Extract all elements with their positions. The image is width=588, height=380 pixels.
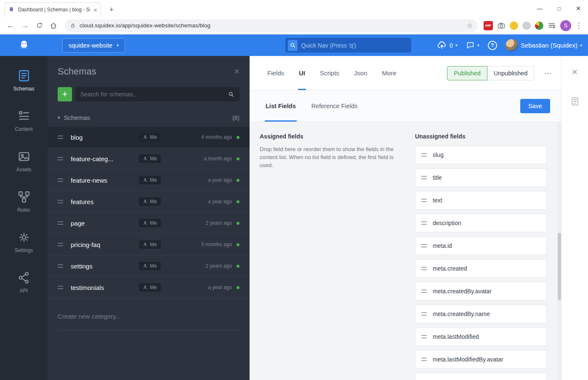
schema-row[interactable]: testimonials Me a year ago	[48, 277, 250, 298]
url-field[interactable]: cloud.squidex.io/app/squidex-website/sch…	[65, 19, 478, 32]
drag-handle-icon[interactable]	[421, 221, 427, 225]
sidebar-item-label: Settings	[15, 247, 33, 253]
window-minimize-button[interactable]: —	[530, 0, 549, 17]
scrollbar-thumb[interactable]	[558, 233, 561, 300]
upload-status-button[interactable]: 0 ▾	[437, 40, 458, 50]
drag-handle-icon[interactable]	[58, 264, 63, 268]
tab-reference-fields[interactable]: Reference Fields	[311, 90, 359, 122]
schema-row[interactable]: feature-categ... Me a month ago	[48, 148, 250, 170]
window-maximize-button[interactable]: □	[549, 0, 569, 17]
create-category-input[interactable]	[58, 313, 239, 320]
sidebar-item-api[interactable]: API	[0, 262, 48, 303]
window-close-button[interactable]: ×	[569, 0, 588, 17]
published-button[interactable]: Published	[447, 66, 487, 80]
tab-more[interactable]: More	[381, 56, 397, 90]
unassigned-field-card[interactable]	[415, 373, 547, 380]
adblock-extension-icon[interactable]: ABP	[484, 21, 493, 30]
sidebar-item-content[interactable]: Content	[0, 101, 48, 141]
profile-avatar[interactable]: S	[560, 20, 571, 31]
published-dot	[237, 179, 239, 182]
help-button[interactable]: ?	[488, 41, 497, 50]
tampermonkey-extension-icon[interactable]	[510, 21, 518, 30]
tab-list-fields[interactable]: List Fields	[265, 90, 297, 122]
drag-handle-icon[interactable]	[421, 153, 427, 157]
unassigned-field-card[interactable]: meta.lastModifiedBy.avatar	[415, 350, 547, 369]
back-button[interactable]: ←	[4, 19, 17, 32]
squidex-logo-icon[interactable]	[0, 39, 48, 52]
panel-close-button[interactable]: ×	[234, 67, 239, 76]
schema-row[interactable]: page Me 2 years ago	[48, 213, 250, 234]
drag-handle-icon[interactable]	[421, 290, 427, 293]
sidebar-item-rules[interactable]: Rules	[0, 181, 48, 222]
refresh-button[interactable]	[33, 19, 45, 32]
unassigned-field-card[interactable]: meta.createdBy.name	[415, 305, 547, 323]
user-name: Sebastian (Squidex)	[521, 42, 577, 49]
drag-handle-icon[interactable]	[421, 199, 427, 202]
schema-row[interactable]: feature-news Me a year ago	[48, 170, 250, 191]
bookmark-star-icon[interactable]: ☆	[467, 21, 473, 29]
forward-button[interactable]: →	[19, 19, 31, 32]
tab-close-button[interactable]: ×	[93, 7, 97, 13]
drag-handle-icon[interactable]	[58, 157, 63, 160]
feedback-button[interactable]: ▾	[466, 41, 479, 50]
color-extension-icon[interactable]	[535, 21, 543, 30]
drag-handle-icon[interactable]	[58, 286, 63, 289]
sidebar-item-schemas[interactable]: Schemas	[0, 60, 48, 101]
new-tab-button[interactable]: +	[106, 4, 117, 15]
drag-handle-icon[interactable]	[421, 267, 427, 270]
sidebar-item-assets[interactable]: Assets	[0, 141, 48, 181]
drag-handle-icon[interactable]	[421, 335, 427, 338]
url-text: cloud.squidex.io/app/squidex-website/sch…	[80, 22, 467, 29]
schema-row[interactable]: blog Me 4 months ago	[48, 127, 250, 148]
user-menu-button[interactable]: Sebastian (Squidex) ▾	[506, 39, 582, 52]
quick-nav-search[interactable]	[285, 38, 411, 53]
browser-menu-icon[interactable]: ⋮	[574, 21, 584, 30]
drag-handle-icon[interactable]	[421, 358, 427, 361]
close-schema-button[interactable]: ×	[572, 67, 577, 77]
gray-extension-icon[interactable]	[522, 21, 531, 30]
camera-extension-icon[interactable]	[497, 21, 506, 30]
add-schema-button[interactable]: +	[58, 87, 72, 101]
drag-handle-icon[interactable]	[58, 221, 63, 225]
unassigned-field-card[interactable]: slug	[415, 146, 547, 164]
schema-row[interactable]: settings Me 2 years ago	[48, 255, 250, 277]
right-rail: ×	[561, 56, 588, 380]
schema-search-input[interactable]	[80, 91, 228, 98]
drag-handle-icon[interactable]	[58, 178, 63, 182]
app-selector-button[interactable]: squidex-website ▾	[62, 38, 125, 53]
schema-row[interactable]: pricing-faq Me 5 months ago	[48, 234, 250, 255]
unassigned-field-card[interactable]: meta.lastModified	[415, 327, 547, 346]
unassigned-field-card[interactable]: meta.id	[415, 237, 547, 255]
history-button[interactable]	[570, 96, 580, 106]
favicon-squid-icon	[8, 6, 15, 13]
tab-fields[interactable]: Fields	[266, 56, 285, 90]
tab-ui[interactable]: UI	[298, 56, 306, 90]
drag-handle-icon[interactable]	[58, 243, 63, 246]
drag-handle-icon[interactable]	[421, 176, 427, 179]
more-options-button[interactable]: •••	[544, 71, 552, 76]
sidebar-item-settings[interactable]: Settings	[0, 222, 48, 262]
unassigned-field-card[interactable]: meta.created	[415, 259, 547, 278]
save-button[interactable]: Save	[520, 99, 550, 113]
unassigned-field-card[interactable]: title	[415, 168, 547, 187]
schema-search[interactable]	[75, 87, 239, 101]
drag-handle-icon[interactable]	[421, 312, 427, 316]
drag-handle-icon[interactable]	[58, 200, 63, 203]
drag-handle-icon[interactable]	[421, 244, 427, 247]
schemas-group-header[interactable]: ▾ Schemas (8)	[48, 114, 250, 121]
app-header: squidex-website ▾ 0 ▾ ▾ ? Sebastian (Squ…	[0, 35, 588, 56]
unassigned-field-card[interactable]: meta.createdBy.avatar	[415, 282, 547, 300]
media-controls-icon[interactable]	[548, 21, 556, 30]
quick-nav-input[interactable]	[301, 42, 409, 49]
home-button[interactable]	[47, 19, 60, 32]
unpublished-button[interactable]: Unpublished	[487, 66, 535, 80]
schema-row[interactable]: features Me a year ago	[48, 191, 250, 213]
owner-label: Me	[150, 220, 157, 226]
browser-tab[interactable]: Dashboard | Schemas | blog - Sq ×	[4, 2, 101, 17]
unassigned-field-card[interactable]: text	[415, 191, 547, 210]
scrollbar[interactable]	[558, 122, 561, 380]
tab-json[interactable]: Json	[353, 56, 368, 90]
unassigned-field-card[interactable]: description	[415, 214, 547, 232]
drag-handle-icon[interactable]	[58, 136, 63, 139]
tab-scripts[interactable]: Scripts	[319, 56, 340, 90]
